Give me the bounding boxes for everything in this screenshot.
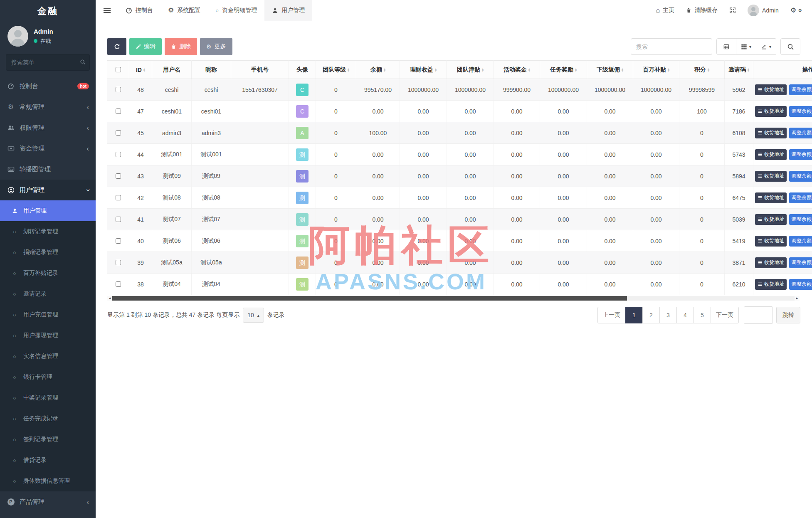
sidebar-item[interactable]: 控制台hot (0, 76, 96, 96)
more-button[interactable]: ⚙更多 (200, 38, 232, 55)
export-button[interactable]: ▾ (756, 38, 776, 55)
sidebar-item[interactable]: ⚙常规管理‹ (0, 96, 96, 117)
address-button[interactable]: 收货地址 (755, 236, 787, 247)
adjust-balance-button[interactable]: 调整余额 (789, 128, 812, 138)
sidebar-subitem[interactable]: ○用户提现管理 (0, 325, 96, 346)
address-button[interactable]: 收货地址 (755, 279, 787, 290)
column-header[interactable]: 团队津贴▴▾ (447, 61, 494, 79)
adjust-balance-button[interactable]: 调整余额 (789, 149, 812, 160)
address-button[interactable]: 收货地址 (755, 106, 787, 117)
select-all-checkbox[interactable] (116, 67, 121, 72)
page-button-1[interactable]: 1 (625, 307, 643, 323)
column-header[interactable]: 积分▴▾ (679, 61, 725, 79)
sidebar-subitem[interactable]: ○百万补贴记录 (0, 263, 96, 284)
adjust-balance-button[interactable]: 调整余额 (789, 192, 812, 203)
sidebar-subitem[interactable]: ○用户充值管理 (0, 304, 96, 325)
page-jump-button[interactable]: 跳转 (776, 307, 800, 323)
column-header[interactable]: 邀请码▴▾ (725, 61, 753, 79)
page-button-4[interactable]: 4 (676, 307, 694, 323)
table-search-input[interactable] (631, 38, 712, 55)
tab-控制台[interactable]: 控制台 (118, 0, 160, 21)
row-checkbox[interactable] (116, 238, 121, 244)
adjust-balance-button[interactable]: 调整余额 (789, 171, 812, 182)
row-checkbox[interactable] (116, 195, 121, 200)
sidebar-subitem[interactable]: ○捐赠记录管理 (0, 242, 96, 263)
tab-用户管理[interactable]: 用户管理 (264, 0, 312, 21)
sidebar-subitem[interactable]: ○身体数据信息管理 (0, 471, 96, 491)
address-button[interactable]: 收货地址 (755, 192, 787, 203)
column-header[interactable]: 下级返佣▴▾ (587, 61, 633, 79)
sidebar-subitem[interactable]: 用户管理 (0, 200, 96, 221)
row-checkbox[interactable] (116, 152, 121, 157)
column-header[interactable]: ID▴▾ (129, 61, 152, 79)
cell-username: 测试09 (152, 165, 192, 187)
fullscreen-button[interactable] (729, 7, 736, 14)
sidebar-subitem[interactable]: ○划转记录管理 (0, 221, 96, 242)
sidebar-item[interactable]: 权限管理‹ (0, 117, 96, 138)
column-header[interactable]: 任务奖励▴▾ (540, 61, 587, 79)
adjust-balance-button[interactable]: 调整余额 (789, 279, 812, 290)
page-button-2[interactable]: 2 (642, 307, 660, 323)
tab-资金明细管理[interactable]: ○资金明细管理 (208, 0, 264, 21)
sidebar-item[interactable]: P产品管理‹ (0, 491, 96, 512)
sidebar-subitem[interactable]: ○邀请记录 (0, 284, 96, 304)
adjust-balance-button[interactable]: 调整余额 (789, 236, 812, 247)
row-checkbox[interactable] (116, 173, 121, 179)
prev-page-button[interactable]: 上一页 (597, 307, 626, 323)
address-button[interactable]: 收货地址 (755, 128, 787, 138)
avatar-badge: 测 (296, 148, 309, 161)
trash-icon (686, 7, 691, 13)
sidebar-item[interactable]: 资金管理‹ (0, 138, 96, 159)
row-checkbox[interactable] (116, 109, 121, 114)
address-button[interactable]: 收货地址 (755, 214, 787, 225)
column-header[interactable]: 理财收益▴▾ (400, 61, 447, 79)
menu-search-input[interactable] (6, 54, 90, 71)
search-submit-button[interactable] (780, 38, 800, 55)
next-page-button[interactable]: 下一页 (711, 307, 739, 323)
detail-view-button[interactable] (716, 38, 736, 55)
sidebar-subitem[interactable]: ○银行卡管理 (0, 367, 96, 387)
page-button-5[interactable]: 5 (694, 307, 711, 323)
refresh-button[interactable] (107, 38, 126, 55)
address-button[interactable]: 收货地址 (755, 149, 787, 160)
delete-button[interactable]: 删除 (165, 38, 197, 55)
row-checkbox[interactable] (116, 130, 121, 136)
home-link[interactable]: ⌂ 主页 (656, 7, 674, 14)
sidebar-subitem[interactable]: ○借贷记录 (0, 450, 96, 471)
adjust-balance-button[interactable]: 调整余额 (789, 257, 812, 268)
tab-系统配置[interactable]: ⚙系统配置 (160, 0, 208, 21)
row-checkbox[interactable] (116, 87, 121, 92)
adjust-balance-button[interactable]: 调整余额 (789, 84, 812, 95)
row-checkbox[interactable] (116, 217, 121, 222)
adjust-balance-button[interactable]: 调整余额 (789, 106, 812, 117)
row-checkbox[interactable] (116, 281, 121, 287)
address-button[interactable]: 收货地址 (755, 257, 787, 268)
sidebar-subitem[interactable]: ○任务完成记录 (0, 408, 96, 429)
sidebar-subitem[interactable]: ○签到记录管理 (0, 429, 96, 450)
settings-button[interactable]: ⚙⚙ (790, 7, 802, 14)
sidebar-item[interactable]: 用户管理‹ (0, 180, 96, 200)
page-size-select[interactable]: 10 ▴ (243, 308, 264, 323)
column-header[interactable]: 活动奖金▴▾ (494, 61, 540, 79)
scrollbar-thumb[interactable] (112, 296, 627, 301)
sidebar-toggle-button[interactable] (96, 0, 118, 21)
sidebar-item[interactable]: 轮播图管理 (0, 159, 96, 180)
column-header[interactable]: 余额▴▾ (356, 61, 400, 79)
page-button-3[interactable]: 3 (659, 307, 677, 323)
scroll-right-icon[interactable]: ▸ (795, 296, 800, 301)
horizontal-scrollbar[interactable]: ◂ ▸ (107, 296, 800, 301)
address-button[interactable]: 收货地址 (755, 171, 787, 182)
adjust-balance-button[interactable]: 调整余额 (789, 214, 812, 225)
user-menu[interactable]: Admin (748, 5, 779, 16)
sidebar-subitem[interactable]: ○实名信息管理 (0, 346, 96, 367)
sidebar-subitem[interactable]: ○中奖记录管理 (0, 387, 96, 408)
column-header[interactable]: 百万补贴▴▾ (633, 61, 679, 79)
edit-button[interactable]: 编辑 (129, 38, 162, 55)
row-checkbox[interactable] (116, 260, 121, 265)
scroll-left-icon[interactable]: ◂ (107, 296, 112, 301)
page-jump-input[interactable] (744, 306, 773, 324)
clear-cache-link[interactable]: 清除缓存 (686, 7, 718, 14)
address-button[interactable]: 收货地址 (755, 84, 787, 95)
columns-button[interactable]: ▾ (736, 38, 756, 55)
column-header[interactable]: 团队等级▴▾ (316, 61, 356, 79)
